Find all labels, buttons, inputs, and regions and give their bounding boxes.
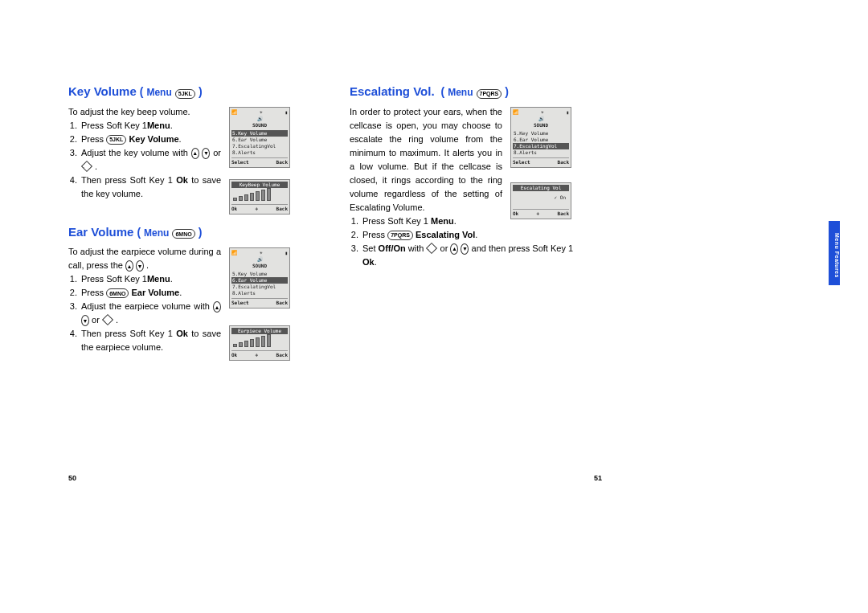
step-2: Press 6MNO Ear Volume. [80, 286, 221, 300]
up-key-icon: ▲ [125, 260, 133, 272]
step-1: Press Soft Key 1 Menu. [361, 215, 514, 228]
up-key-icon: ▲ [450, 243, 458, 255]
heading-key-volume: Key Volume ( Menu 5JKL ) [68, 84, 350, 99]
intro-text: In order to protect your ears, when the … [350, 105, 502, 215]
step-4: Then press Soft Key 1 Ok to save the ear… [80, 327, 221, 354]
heading-escalating-vol: Escalating Vol. ( Menu 7PQRS ) [350, 84, 631, 99]
key-7pqrs-icon: 7PQRS [387, 231, 413, 240]
phone-screenshot-sound-escalating: 📶☀▮ 🔊SOUND 5.Key Volume 6.Ear Volume 7.E… [510, 107, 571, 168]
step-3: Set Off/On with ∙ or ▲ ▼ and then press … [361, 242, 575, 269]
step-2: Press 5JKL Key Volume. [80, 133, 221, 146]
phone-screenshot-earpiece: Earpiece Volume Ok÷Back [229, 325, 290, 361]
phone-screenshot-sound-ear: 📶☀▮ 🔊SOUND 5.Key Volume 6.Ear Volume 7.E… [229, 247, 290, 309]
steps-ear-volume: Press Soft Key 1Menu. Press 6MNO Ear Vol… [68, 272, 221, 354]
menu-word: Menu [144, 227, 169, 239]
volume-bars-icon [231, 334, 288, 349]
down-key-icon: ▼ [461, 243, 469, 255]
side-tab-menu-features: Menu Features [829, 221, 840, 285]
step-4: Then press Soft Key 1 Ok to save the key… [80, 174, 221, 201]
key-5jkl-icon: 5JKL [106, 135, 126, 145]
step-3: Adjust the key volume with ▲ ▼ or ∙ . [80, 146, 221, 174]
step-1: Press Soft Key 1Menu. [80, 119, 221, 133]
phone-screenshot-sound-key: 📶☀▮ 🔊SOUND 5.Key Volume 6.Ear Volume 7.E… [229, 107, 290, 168]
key-5jkl-icon: 5JKL [175, 89, 195, 99]
down-key-icon: ▼ [81, 315, 89, 326]
up-key-icon: ▲ [213, 301, 221, 313]
up-key-icon: ▲ [191, 148, 199, 159]
page-number-right: 51 [594, 474, 602, 482]
key-7pqrs-icon: 7PQRS [477, 89, 502, 99]
intro-text: To adjust the earpiece volume during a c… [68, 245, 221, 272]
nav-key-icon: ∙ [426, 243, 437, 254]
step-2: Press 7PQRS Escalating Vol. [361, 228, 514, 242]
phone-screenshot-keybeep: KeyBeep Volume Ok÷Back [229, 179, 290, 215]
key-6mno-icon: 6MNO [106, 288, 129, 298]
nav-key-icon: ∙ [102, 314, 113, 325]
intro-text: To adjust the key beep volume. [68, 105, 221, 119]
down-key-icon: ▼ [136, 260, 144, 272]
heading-ear-volume: Ear Volume ( Menu 6MNO ) [68, 225, 350, 239]
title-text: Escalating Vol. [350, 84, 435, 98]
section-key-volume: Key Volume ( Menu 5JKL ) To adjust the k… [68, 84, 350, 201]
page-right: Escalating Vol. ( Menu 7PQRS ) In order … [350, 84, 631, 354]
menu-word: Menu [146, 87, 171, 98]
step-3: Adjust the earpiece volume with ▲ ▼ or ∙… [80, 300, 221, 327]
steps-key-volume: Press Soft Key 1Menu. Press 5JKL Key Vol… [68, 119, 221, 201]
title-text: Ear Volume [68, 225, 133, 239]
page-number-left: 50 [68, 474, 76, 482]
steps-escalating: Press Soft Key 1 Menu. Press 7PQRS Escal… [350, 215, 575, 269]
page-left: Key Volume ( Menu 5JKL ) To adjust the k… [68, 84, 350, 354]
section-escalating-vol: Escalating Vol. ( Menu 7PQRS ) In order … [350, 84, 631, 269]
step-1: Press Soft Key 1Menu. [80, 272, 221, 286]
nav-key-icon: ∙ [81, 161, 92, 172]
phone-screenshot-escalating-on: Escalating Vol ✓ On Ok÷Back [510, 182, 571, 219]
menu-word: Menu [448, 87, 473, 98]
section-ear-volume: Ear Volume ( Menu 6MNO ) To adjust the e… [68, 225, 350, 355]
down-key-icon: ▼ [202, 148, 210, 159]
key-6mno-icon: 6MNO [172, 229, 194, 239]
title-text: Key Volume [68, 84, 137, 98]
volume-bars-icon [231, 188, 288, 202]
